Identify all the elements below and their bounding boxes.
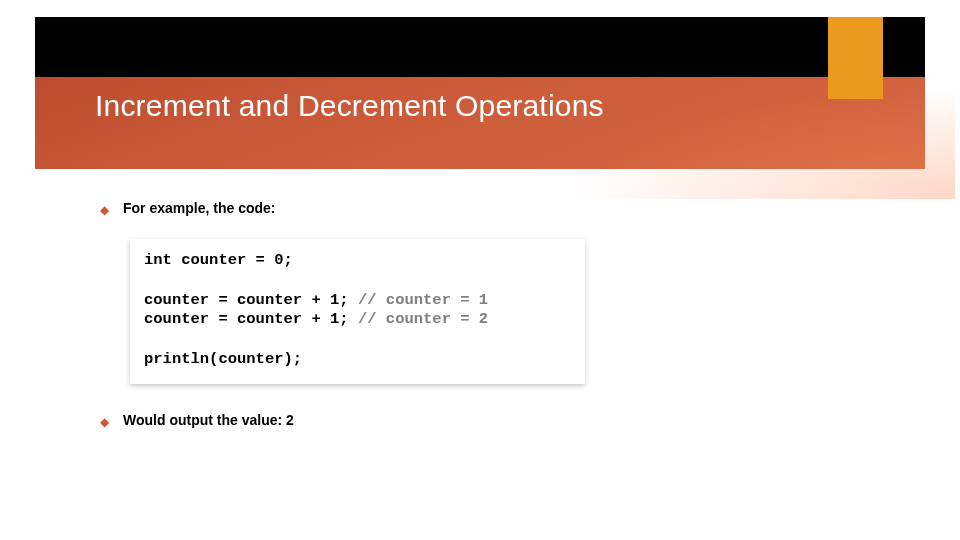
diamond-bullet-icon: ◆	[100, 413, 109, 431]
accent-tab	[828, 17, 883, 99]
bullet-item: ◆ For example, the code:	[100, 200, 900, 219]
code-text: counter = counter + 1;	[144, 310, 358, 328]
slide-body: ◆ For example, the code: int counter = 0…	[100, 200, 900, 451]
title-band: Increment and Decrement Operations	[35, 17, 925, 169]
slide-title: Increment and Decrement Operations	[95, 89, 604, 123]
diamond-bullet-icon: ◆	[100, 201, 109, 219]
code-comment: // counter = 2	[358, 310, 488, 328]
code-comment: // counter = 1	[358, 291, 488, 309]
title-band-top-stripe	[35, 17, 925, 77]
code-block: int counter = 0; counter = counter + 1; …	[130, 239, 585, 384]
bullet-item: ◆ Would output the value: 2	[100, 412, 900, 431]
bullet-text: For example, the code:	[123, 200, 275, 216]
code-text: counter = 0;	[172, 251, 293, 269]
bullet-text: Would output the value: 2	[123, 412, 294, 428]
code-text: println(counter);	[144, 350, 302, 368]
code-keyword: int	[144, 251, 172, 269]
code-text: counter = counter + 1;	[144, 291, 358, 309]
